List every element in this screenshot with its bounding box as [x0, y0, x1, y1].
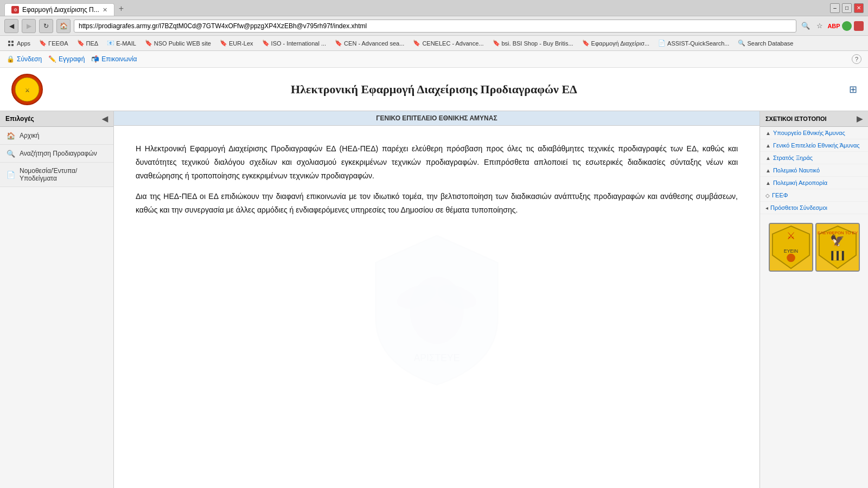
content-wrapper: Επιλογές ◀ 🏠 Αρχική 🔍 Αναζήτηση Προδιαγρ…: [0, 111, 868, 488]
minimize-button[interactable]: –: [830, 3, 840, 13]
related-link-2[interactable]: ▲ Στρατός Ξηράς: [760, 152, 868, 164]
right-sidebar-toggle[interactable]: ▶: [857, 114, 863, 123]
emblem-1: ⚔ ΕΥΕΙΝ: [769, 223, 813, 272]
register-link[interactable]: ✏️ Εγγραφή: [48, 55, 85, 63]
bookmark-star-icon[interactable]: ☆: [814, 20, 826, 32]
site-title: Ηλεκτρονική Εφαρμογή Διαχείρισης Προδιαγ…: [291, 82, 577, 97]
home-button[interactable]: 🏠: [56, 19, 71, 33]
address-bar-icons: 🔍 ☆ ABP: [800, 20, 864, 32]
svg-text:ΕΥΕΙΝ: ΕΥΕΙΝ: [783, 248, 797, 254]
site-header: ⚔ Ηλεκτρονική Εφαρμογή Διαχείρισης Προδι…: [0, 68, 868, 111]
svg-text:⚔: ⚔: [787, 230, 795, 241]
svg-rect-16: [833, 251, 837, 261]
bullet-4: ▲: [765, 180, 771, 186]
page-top-links: 🔒 Σύνδεση ✏️ Εγγραφή 📬 Επικοινωνία ?: [0, 51, 868, 68]
related-link-label-3: Πολεμικό Ναυτικό: [773, 167, 820, 174]
extension-icon-2[interactable]: [854, 21, 864, 31]
login-link[interactable]: 🔒 Σύνδεση: [7, 55, 42, 63]
related-link-4[interactable]: ▲ Πολεμική Αεροπορία: [760, 177, 868, 189]
related-link-0[interactable]: ▲ Υπουργείο Εθνικής Άμυνας: [760, 127, 868, 139]
bookmark-cen[interactable]: 🔖 CEN - Advanced sea...: [331, 38, 407, 48]
bookmark-nso[interactable]: 🔖 NSO Public WEB site: [142, 38, 214, 48]
maximize-button[interactable]: □: [842, 3, 852, 13]
back-button[interactable]: ◀: [4, 19, 18, 33]
new-tab-button[interactable]: +: [114, 2, 128, 16]
bookmark-getha[interactable]: 🔖 ΓΕΕΘΑ: [36, 38, 71, 48]
sidebar-toggle-button[interactable]: ◀: [102, 114, 108, 123]
related-link-6[interactable]: ◂ Πρόσθετοι Σύνδεσμοι: [760, 202, 868, 214]
tab-bar: ⚙ Εφαρμογή Διαχείρισης Π... ✕ +: [4, 0, 830, 16]
related-sites-title: ΣΧΕΤΙΚΟΙ ΙΣΤΟΤΟΠΟΙ: [765, 115, 827, 122]
emblem-area: ⚔ ΕΥΕΙΝ 🦅 ΕΛΕΥΘΕΡΟΝ ΤΟ ΕΥ: [760, 219, 868, 276]
related-link-label-1: Γενικό Επιτελείο Εθνικής Άμυνας: [773, 142, 860, 149]
bookmark-app[interactable]: 🔖 Εφαρμογή Διαχείρισ...: [579, 38, 653, 48]
content-body: ΑΡΙΣΤΕΥΕ Η Ηλεκτρονική Εφαρμογή Διαχείρι…: [114, 126, 760, 488]
svg-text:ΑΡΙΣΤΕΥΕ: ΑΡΙΣΤΕΥΕ: [414, 352, 460, 363]
tab-favicon: ⚙: [11, 6, 19, 14]
paragraph-1: Η Ηλεκτρονική Εφαρμογή Διαχείρισης Προδι…: [136, 142, 738, 183]
related-link-label-6: Πρόσθετοι Σύνδεσμοι: [770, 204, 827, 211]
bullet-2: ▲: [765, 155, 771, 161]
extension-icon-1[interactable]: [842, 21, 852, 31]
related-sites-header: ΣΧΕΤΙΚΟΙ ΙΣΤΟΤΟΠΟΙ ▶: [760, 111, 868, 127]
contact-link[interactable]: 📬 Επικοινωνία: [91, 55, 137, 63]
sidebar-legislation-label: Νομοθεσία/Έντυπα/Υποδείγματα: [20, 167, 107, 182]
address-input[interactable]: [74, 20, 796, 33]
forward-button[interactable]: ▶: [22, 19, 36, 33]
active-tab[interactable]: ⚙ Εφαρμογή Διαχείρισης Π... ✕: [4, 3, 114, 16]
grid-view-icon[interactable]: ⊞: [849, 84, 857, 95]
tab-title: Εφαρμογή Διαχείρισης Π...: [22, 6, 99, 14]
address-bar: ◀ ▶ ↻ 🏠 🔍 ☆ ABP: [0, 16, 868, 36]
apps-label: Apps: [17, 40, 30, 47]
svg-text:🦅: 🦅: [830, 234, 845, 248]
bookmark-cenelec[interactable]: 🔖 CENELEC - Advance...: [410, 38, 487, 48]
abp-icon[interactable]: ABP: [828, 20, 840, 32]
tab-close-button[interactable]: ✕: [103, 7, 107, 14]
sidebar-home-label: Αρχική: [20, 132, 39, 139]
bookmark-iso[interactable]: 🔖 ISO - International ...: [259, 38, 330, 48]
search-nav-icon: 🔍: [7, 149, 15, 158]
apps-bookmark[interactable]: Apps: [4, 38, 34, 48]
title-bar: ⚙ Εφαρμογή Διαχείρισης Π... ✕ + – □ ✕: [0, 0, 868, 16]
watermark-shield: ΑΡΙΣΤΕΥΕ: [355, 229, 518, 391]
bullet-1: ▲: [765, 143, 771, 149]
bookmarks-bar: Apps 🔖 ΓΕΕΘΑ 🔖 ΠΕΔ 📧 E-MAIL 🔖 NSO Public…: [0, 36, 868, 51]
bullet-0: ▲: [765, 130, 771, 136]
close-button[interactable]: ✕: [854, 3, 864, 13]
sidebar-search-label: Αναζήτηση Προδιαγραφών: [20, 150, 97, 157]
svg-rect-15: [831, 251, 844, 261]
svg-point-11: [787, 254, 795, 262]
reload-button[interactable]: ↻: [39, 19, 53, 33]
bookmark-search-db[interactable]: 🔍 Search Database: [735, 38, 796, 48]
window-controls: – □ ✕: [830, 3, 864, 13]
sidebar-item-legislation[interactable]: 📄 Νομοθεσία/Έντυπα/Υποδείγματα: [0, 163, 113, 187]
sidebar-title: Επιλογές: [5, 115, 34, 123]
bookmark-assist[interactable]: 📄 ASSIST-QuickSearch...: [655, 38, 732, 48]
bookmark-ped[interactable]: 🔖 ΠΕΔ: [74, 38, 102, 48]
bullet-6: ◂: [765, 205, 768, 211]
sidebar-item-home[interactable]: 🏠 Αρχική: [0, 127, 113, 145]
sidebar-item-search[interactable]: 🔍 Αναζήτηση Προδιαγραφών: [0, 145, 113, 163]
bookmark-email[interactable]: 📧 E-MAIL: [104, 38, 139, 48]
sidebar-header: Επιλογές ◀: [0, 111, 113, 127]
content-section-title: ΓΕΝΙΚΟ ΕΠΙΤΕΛΕΙΟ ΕΘΝΙΚΗΣ ΑΜΥΝΑΣ: [114, 111, 760, 126]
related-link-5[interactable]: ◇ ΓΕΕΦ: [760, 189, 868, 202]
svg-rect-17: [838, 251, 841, 261]
emblem-2: 🦅 ΕΛΕΥΘΕΡΟΝ ΤΟ ΕΥ: [815, 223, 860, 272]
main-content: ΓΕΝΙΚΟ ΕΠΙΤΕΛΕΙΟ ΕΘΝΙΚΗΣ ΑΜΥΝΑΣ ΑΡΙΣΤΕΥΕ…: [114, 111, 760, 488]
related-link-1[interactable]: ▲ Γενικό Επιτελείο Εθνικής Άμυνας: [760, 139, 868, 152]
related-link-label-4: Πολεμική Αεροπορία: [773, 179, 827, 186]
sidebar-left: Επιλογές ◀ 🏠 Αρχική 🔍 Αναζήτηση Προδιαγρ…: [0, 111, 114, 488]
related-link-label-5: ΓΕΕΦ: [772, 192, 788, 198]
main-layout: Επιλογές ◀ 🏠 Αρχική 🔍 Αναζήτηση Προδιαγρ…: [0, 111, 868, 488]
svg-text:⚔: ⚔: [25, 87, 30, 93]
help-button[interactable]: ?: [852, 54, 861, 64]
search-icon[interactable]: 🔍: [800, 20, 812, 32]
bookmark-bsi[interactable]: 🔖 bsi. BSI Shop - Buy Britis...: [489, 38, 577, 48]
bullet-5: ◇: [765, 192, 770, 198]
related-link-3[interactable]: ▲ Πολεμικό Ναυτικό: [760, 164, 868, 177]
content-text: Η Ηλεκτρονική Εφαρμογή Διαχείρισης Προδι…: [136, 142, 738, 217]
home-icon: 🏠: [7, 131, 15, 140]
bookmark-eurlex[interactable]: 🔖 EUR-Lex: [216, 38, 257, 48]
site-logo: ⚔: [11, 73, 43, 106]
